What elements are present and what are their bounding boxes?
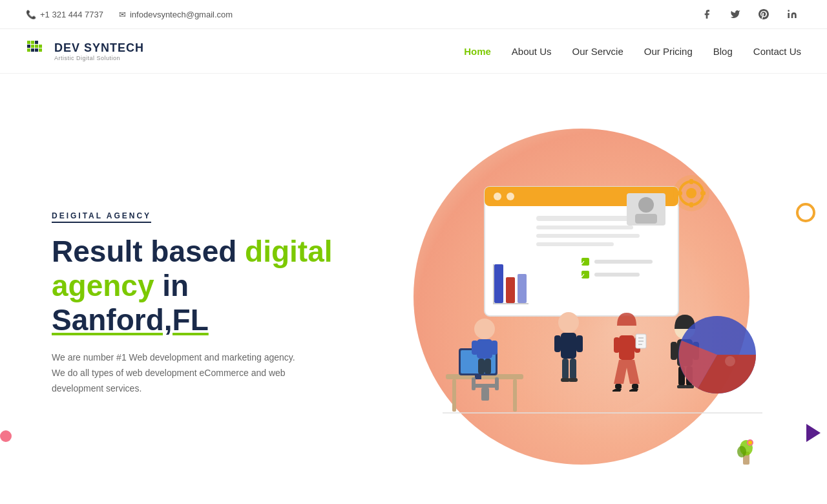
logo-tagline: Artistic Digital Solution — [54, 55, 144, 61]
logo-brand-name: DEV SYNTECH — [54, 41, 144, 55]
svg-rect-61 — [576, 335, 583, 352]
logo-icon — [26, 39, 49, 63]
deco-circle-outline — [796, 203, 815, 222]
svg-rect-55 — [481, 388, 489, 401]
hero-content: DEIGITAL AGENCY Result based digital age… — [52, 209, 349, 396]
svg-rect-5 — [27, 45, 30, 48]
svg-rect-53 — [485, 359, 491, 374]
hero-title-agency: agency — [52, 269, 154, 302]
nav-home[interactable]: Home — [464, 46, 491, 57]
contact-info: 📞 +1 321 444 7737 ✉ infodevsyntech@gmail… — [26, 10, 233, 19]
svg-rect-64 — [561, 378, 570, 382]
nav-about[interactable]: About Us — [512, 46, 552, 57]
svg-rect-38 — [689, 179, 693, 184]
svg-point-48 — [474, 319, 495, 339]
phone-number: +1 321 444 7737 — [40, 10, 103, 19]
main-nav: Home About Us Our Servcie Our Pricing Bl… — [464, 46, 801, 57]
nav-contact[interactable]: Contact Us — [753, 46, 801, 57]
hero-section: DEIGITAL AGENCY Result based digital age… — [0, 74, 827, 494]
hero-title: Result based digital agency in Sanford,F… — [52, 235, 349, 337]
deco-circle-pink — [0, 430, 12, 442]
twitter-icon[interactable] — [726, 5, 744, 23]
svg-rect-65 — [569, 378, 578, 382]
svg-rect-18 — [536, 226, 633, 229]
svg-rect-74 — [615, 384, 622, 389]
svg-rect-23 — [594, 260, 653, 264]
svg-rect-49 — [477, 339, 492, 359]
svg-rect-39 — [689, 202, 693, 207]
svg-rect-56 — [472, 377, 476, 390]
hero-svg-illustration: ✓ ✓ — [407, 135, 769, 484]
svg-rect-28 — [506, 277, 515, 303]
svg-rect-54 — [472, 384, 499, 388]
nav-blog[interactable]: Blog — [713, 46, 733, 57]
svg-rect-4 — [35, 41, 38, 44]
linkedin-icon[interactable] — [783, 5, 801, 23]
svg-point-58 — [558, 312, 579, 333]
hero-description: We are number #1 Web development and mar… — [52, 350, 310, 396]
svg-rect-10 — [35, 48, 38, 52]
svg-rect-75 — [632, 384, 638, 389]
svg-rect-19 — [536, 234, 640, 238]
svg-rect-2 — [27, 41, 30, 44]
svg-rect-63 — [570, 359, 576, 379]
svg-rect-6 — [31, 45, 34, 48]
svg-rect-40 — [677, 191, 682, 195]
pinterest-icon[interactable] — [755, 5, 773, 23]
svg-point-0 — [788, 10, 790, 12]
svg-point-16 — [507, 193, 514, 200]
social-links — [698, 5, 801, 23]
svg-point-33 — [638, 197, 654, 213]
facebook-icon[interactable] — [698, 5, 716, 23]
nav-pricing[interactable]: Our Pricing — [644, 46, 693, 57]
svg-rect-26 — [594, 273, 640, 277]
svg-rect-34 — [635, 214, 657, 224]
svg-rect-67 — [619, 335, 634, 360]
svg-rect-62 — [562, 359, 569, 379]
phone-icon: 📞 — [26, 10, 36, 19]
top-bar: 📞 +1 321 444 7737 ✉ infodevsyntech@gmail… — [0, 0, 827, 29]
svg-text:✓: ✓ — [580, 273, 585, 279]
svg-rect-20 — [536, 242, 614, 246]
deco-arrow-right — [806, 424, 821, 442]
svg-rect-29 — [518, 274, 527, 303]
svg-point-15 — [494, 193, 501, 200]
svg-point-88 — [737, 446, 746, 457]
svg-rect-41 — [700, 191, 706, 195]
svg-rect-50 — [472, 341, 478, 355]
hero-title-location: Sanford,FL — [52, 303, 209, 337]
svg-rect-68 — [614, 337, 620, 353]
hero-illustration: ✓ ✓ — [401, 116, 775, 490]
svg-rect-78 — [671, 342, 677, 360]
svg-rect-11 — [39, 45, 42, 48]
svg-rect-47 — [475, 375, 481, 379]
hero-title-part1: Result based — [52, 235, 245, 268]
svg-rect-9 — [31, 48, 34, 52]
svg-rect-44 — [513, 379, 517, 412]
svg-text:✓: ✓ — [580, 260, 585, 266]
nav-services[interactable]: Our Servcie — [572, 46, 623, 57]
phone-info: 📞 +1 321 444 7737 — [26, 10, 103, 19]
svg-rect-71 — [638, 337, 644, 339]
email-info: ✉ infodevsyntech@gmail.com — [119, 10, 233, 19]
svg-rect-7 — [35, 45, 38, 48]
svg-rect-52 — [478, 359, 485, 374]
email-address: infodevsyntech@gmail.com — [130, 10, 233, 19]
svg-rect-57 — [495, 377, 499, 390]
svg-rect-12 — [39, 48, 42, 52]
header: DEV SYNTECH Artistic Digital Solution Ho… — [0, 29, 827, 74]
svg-rect-27 — [494, 264, 503, 303]
svg-rect-73 — [638, 344, 642, 345]
svg-rect-51 — [491, 341, 497, 355]
svg-rect-31 — [493, 264, 494, 304]
hero-tag: DEIGITAL AGENCY — [52, 211, 151, 223]
svg-rect-3 — [31, 41, 34, 44]
svg-rect-83 — [685, 385, 694, 388]
svg-rect-43 — [452, 379, 456, 412]
logo[interactable]: DEV SYNTECH Artistic Digital Solution — [26, 39, 144, 63]
svg-rect-72 — [638, 341, 644, 342]
svg-rect-30 — [493, 303, 529, 304]
svg-point-85 — [725, 356, 735, 366]
svg-rect-82 — [677, 385, 686, 388]
svg-rect-60 — [554, 335, 561, 352]
